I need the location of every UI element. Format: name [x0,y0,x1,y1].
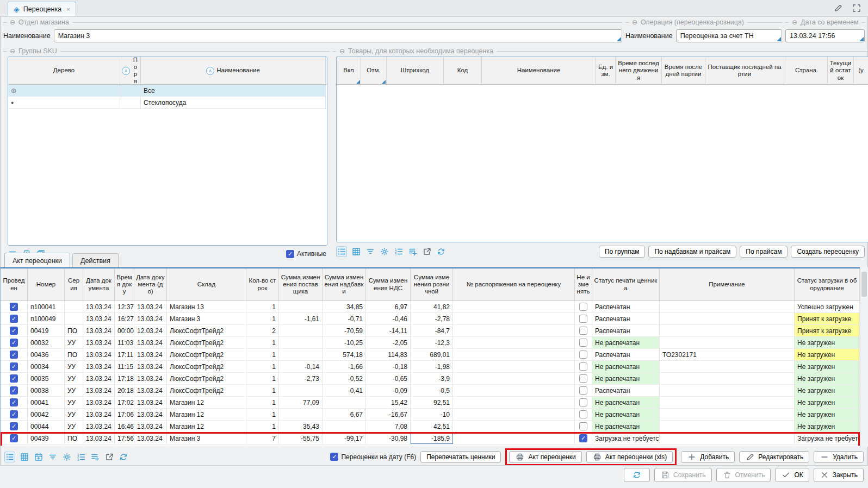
sku-group-row[interactable]: ⊕Все [8,85,327,97]
column-header-nomer[interactable]: Номер [28,268,65,301]
column-header[interactable]: Страна [784,57,828,84]
checkbox-unchecked-icon[interactable] [579,303,587,311]
list-view-icon[interactable] [336,246,347,257]
add-button[interactable]: Добавить [681,451,735,463]
datetime-input[interactable]: 13.03.24 17:56 [785,29,865,42]
revaluation-act-button[interactable]: Акт переоценки [509,451,581,463]
checkbox-unchecked-icon[interactable] [579,327,587,335]
column-header-sum_nadb[interactable]: Сумма изменения надбавки [323,268,366,301]
checkbox-checked-icon[interactable] [10,303,18,311]
column-header-sum_nds[interactable]: Сумма изменения НДС [366,268,411,301]
by-markups-and-prices-button[interactable]: По надбавкам и прайсам [648,246,736,258]
column-header[interactable]: (у [854,57,868,84]
cancel-button[interactable]: Отменить [716,468,771,482]
act-row[interactable]: 00436ПО13.03.2417:1113.03.24ЛюксСофтТрей… [1,349,860,361]
checkbox-checked-icon[interactable] [10,410,18,418]
act-row[interactable]: 00034УУ13.03.2411:1513.03.24ЛюксСофтТрей… [1,361,860,373]
store-name-input[interactable]: Магазин 3 [54,29,622,42]
column-header-name[interactable]: ∧Наименование [141,57,326,84]
column-header[interactable]: Время последнего движения [616,57,662,84]
close-button[interactable]: Закрыть [814,468,864,482]
checkbox-unchecked-icon[interactable] [579,422,587,430]
vertical-scrollbar[interactable] [860,267,868,447]
checkbox-checked-icon[interactable] [286,250,294,258]
expand-node-icon[interactable]: ⊕ [11,87,16,95]
checkbox-checked-icon[interactable] [10,422,18,430]
sort-ascending-icon[interactable]: ∧ [206,67,214,75]
act-row[interactable]: 00041УУ13.03.2417:0213.03.24Магазин 1217… [1,397,860,409]
add-rows-icon[interactable] [408,247,418,256]
tab-actions[interactable]: Действия [72,253,119,268]
export-icon[interactable] [422,247,432,256]
edit-button[interactable]: Редактировать [739,451,809,463]
reprint-tags-button[interactable]: Перепечатать ценники [420,451,501,463]
checkbox-unchecked-icon[interactable] [579,386,587,395]
column-header[interactable]: Время последней партии [662,57,705,84]
checkbox-checked-icon[interactable] [10,434,18,442]
settings-icon[interactable] [62,452,72,462]
column-header-sum_rozn[interactable]: Сумма изменения розничной [411,268,453,301]
checkbox-unchecked-icon[interactable] [579,398,587,406]
act-row[interactable]: 00044УУ13.03.2416:4613.03.24Магазин 1213… [1,421,860,433]
column-header-proveden[interactable]: Проведен [1,268,28,301]
checkbox-unchecked-icon[interactable] [579,362,587,371]
active-filter-checkbox[interactable]: Активные [286,250,326,258]
refresh-icon[interactable] [119,452,128,462]
operation-name-input[interactable]: Переоценка за счет ТН [676,29,782,42]
column-header-tree[interactable]: Дерево [8,57,120,84]
checkbox-unchecked-icon[interactable] [579,351,587,359]
checkbox-checked-icon[interactable] [10,398,18,406]
collapse-icon[interactable]: ⊖ [10,47,15,55]
column-header[interactable]: Наименование [482,57,596,84]
collapse-icon[interactable]: ⊖ [339,47,345,55]
grid-view-icon[interactable] [20,452,29,462]
list-view-icon[interactable] [4,452,15,462]
column-header-note[interactable]: Примечание [660,268,795,301]
checkbox-unchecked-icon[interactable] [579,315,587,323]
revaluation-act-xls-button[interactable]: Акт переоценки (xls) [586,451,673,463]
fullscreen-icon[interactable] [852,3,861,13]
column-header-sklad[interactable]: Склад [167,268,246,301]
grid-view-icon[interactable] [351,247,361,256]
tab-revaluation[interactable]: ◈ Переоценка × [8,2,76,16]
tab-revaluation-act[interactable]: Акт переоценки [4,253,70,268]
refresh-icon[interactable] [436,247,446,256]
by-prices-button[interactable]: По прайсам [740,246,788,258]
add-rows-icon[interactable] [90,452,100,462]
checkbox-checked-icon[interactable] [10,362,18,371]
column-header[interactable]: Ед. изм. [596,57,616,84]
act-row[interactable]: п10004913.03.2416:2713.03.24Магазин 31-1… [1,313,860,325]
column-header-zagruzka[interactable]: Статус загрузки в оборудование [795,268,860,301]
numbered-list-icon[interactable]: 123 [394,247,404,256]
filter-icon[interactable] [365,247,375,256]
edit-icon[interactable] [833,3,843,13]
save-button[interactable]: Сохранить [654,468,712,482]
scrollbar-thumb[interactable] [861,272,867,297]
export-icon[interactable] [104,452,114,462]
act-row[interactable]: 00419ПО13.03.2400:0012.03.24ЛюксСофтТрей… [1,325,860,337]
checkbox-checked-icon[interactable] [10,339,18,347]
column-header[interactable]: Штрихкод [387,57,444,84]
column-header-rasp[interactable]: № распоряжения на переоценку [453,268,575,301]
calendar-icon[interactable] [34,452,44,462]
checkbox-checked-icon[interactable] [579,434,587,442]
column-header-ne_izm[interactable]: Не изменять [575,268,592,301]
column-header[interactable]: Текущий остаток [828,57,854,84]
column-header[interactable]: Отм. [361,57,387,84]
collapse-icon[interactable]: ⊖ [632,18,637,26]
sku-group-row[interactable]: ●Стеклопосуда [8,97,327,109]
column-header[interactable]: Вкл [337,57,361,84]
delete-button[interactable]: Удалить [814,451,864,463]
close-tab-icon[interactable]: × [66,6,70,12]
column-header-order[interactable]: ∧Поря [120,57,141,84]
column-header-vremya[interactable]: Время доку [115,268,134,301]
by-groups-button[interactable]: По группам [599,246,645,258]
sort-ascending-icon[interactable]: ∧ [122,67,130,75]
act-row[interactable]: 00032УУ13.03.2411:0313.03.24ЛюксСофтТрей… [1,337,860,349]
checkbox-checked-icon[interactable] [10,327,18,335]
collapse-icon[interactable]: ⊖ [10,18,15,26]
ok-button[interactable]: ОК [775,468,809,482]
settings-icon[interactable] [380,247,389,256]
create-revaluation-button[interactable]: Создать переоценку [791,246,865,258]
column-header-kolvo[interactable]: Кол-во строк [246,268,279,301]
